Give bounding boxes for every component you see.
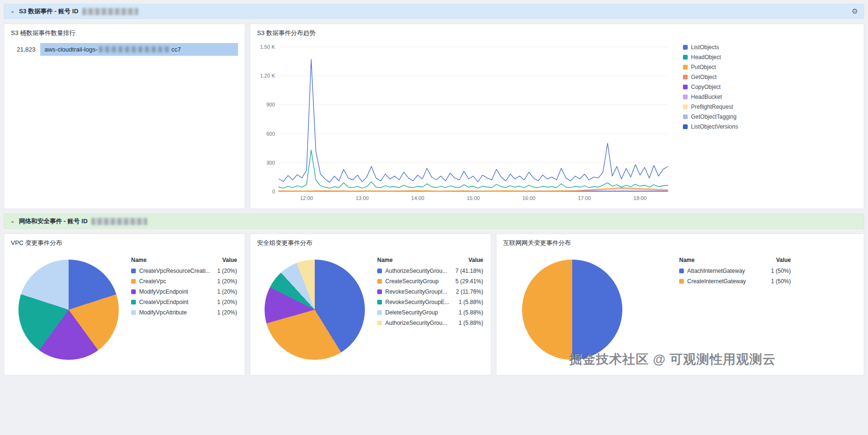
security-group-pie-legend: NameValueAuthorizeSecurityGrou...7 (41.1… xyxy=(377,254,483,330)
internet-gateway-pie-chart[interactable] xyxy=(522,260,622,360)
legend-row-DeleteSecurityGroup[interactable]: DeleteSecurityGroup1 (5.88%) xyxy=(377,309,483,316)
legend-item-CopyObject[interactable]: CopyObject xyxy=(683,84,738,90)
legend-item-PutObject[interactable]: PutObject xyxy=(683,64,738,70)
timeseries-legend: ListObjectsHeadObjectPutObjectGetObjectC… xyxy=(683,43,738,130)
legend-label: AttachInternetGateway xyxy=(687,268,745,274)
vpc-pie-chart[interactable] xyxy=(18,260,119,360)
svg-text:12:00: 12:00 xyxy=(300,195,313,201)
legend-label: CreateInternetGateway xyxy=(687,278,746,285)
legend-label: ListObjects xyxy=(691,44,719,51)
legend-header-cell: Value xyxy=(469,257,483,263)
collapse-chevron-icon[interactable]: ⌄ xyxy=(10,217,15,224)
legend-value: 1 (5.88%) xyxy=(459,309,483,316)
legend-label: GetObjectTagging xyxy=(691,113,736,120)
legend-value: 1 (20%) xyxy=(217,299,237,305)
legend-row-AuthorizeSecurityGrou...[interactable]: AuthorizeSecurityGrou...1 (5.88%) xyxy=(377,320,483,326)
legend-row-RevokeSecurityGroupE...[interactable]: RevokeSecurityGroupE...1 (5.88%) xyxy=(377,299,483,305)
collapse-chevron-icon[interactable]: ⌄ xyxy=(10,7,15,14)
row-network-security: VPC 变更事件分布 NameValueCreateVpcResourceCre… xyxy=(4,234,864,375)
internet-gateway-pie-legend: NameValueAttachInternetGateway1 (50%)Cre… xyxy=(679,254,791,288)
legend-row-CreateVpc[interactable]: CreateVpc1 (20%) xyxy=(131,278,237,285)
horizontal-bar[interactable]: aws-cloudtrail-logs- cc7 xyxy=(40,43,238,56)
legend-swatch xyxy=(683,45,688,50)
legend-label: CreateVpc xyxy=(139,278,166,285)
gear-icon[interactable]: ⚙ xyxy=(852,7,858,16)
legend-swatch xyxy=(131,300,136,304)
legend-row-CreateVpcResourceCreati...[interactable]: CreateVpcResourceCreati...1 (20%) xyxy=(131,268,237,274)
legend-label: PutObject xyxy=(691,64,716,70)
legend-row-AuthorizeSecurityGrou...[interactable]: AuthorizeSecurityGrou...7 (41.18%) xyxy=(377,268,483,274)
panel-title: 安全组变更事件分布 xyxy=(257,239,484,247)
legend-value: 1 (20%) xyxy=(217,288,237,295)
panel-s3-bucket-ranking: S3 桶数据事件数量排行 21,823 aws-cloudtrail-logs-… xyxy=(4,24,245,209)
legend-item-PreflightRequest[interactable]: PreflightRequest xyxy=(683,104,738,110)
legend-item-GetObjectTagging[interactable]: GetObjectTagging xyxy=(683,113,738,120)
bar-row: 21,823 aws-cloudtrail-logs- cc7 xyxy=(11,43,238,56)
legend-row-AttachInternetGateway[interactable]: AttachInternetGateway1 (50%) xyxy=(679,268,791,274)
trend-chart-area: 03006009001.20 K1.50 K12:0013:0014:0015:… xyxy=(257,43,857,204)
legend-row-ModifyVpcAttribute[interactable]: ModifyVpcAttribute1 (20%) xyxy=(131,309,237,316)
section-header-s3[interactable]: ⌄ S3 数据事件 - 账号 ID ⚙ xyxy=(4,4,864,19)
legend-item-ListObjects[interactable]: ListObjects xyxy=(683,44,738,51)
legend-swatch xyxy=(131,269,136,273)
timeseries-chart[interactable]: 03006009001.20 K1.50 K12:0013:0014:0015:… xyxy=(257,43,673,204)
legend-label: RevokeSecurityGroupE... xyxy=(385,299,449,305)
legend-swatch xyxy=(377,300,382,304)
legend-swatch xyxy=(377,310,382,315)
section-title-network-security: 网络和安全事件 - 账号 ID xyxy=(19,217,88,226)
svg-text:0: 0 xyxy=(272,189,275,194)
legend-label: DeleteSecurityGroup xyxy=(385,309,438,316)
legend-row-RevokeSecurityGroupI...[interactable]: RevokeSecurityGroupI...2 (11.76%) xyxy=(377,288,483,295)
legend-row-CreateSecurityGroup[interactable]: CreateSecurityGroup5 (29.41%) xyxy=(377,278,483,285)
bucket-name-redacted xyxy=(99,46,170,52)
legend-label: AuthorizeSecurityGrou... xyxy=(385,268,447,274)
legend-swatch xyxy=(377,289,382,294)
legend-header-cell: Name xyxy=(131,257,147,263)
panel-title: 互联网网关变更事件分布 xyxy=(503,239,857,247)
legend-label: CreateVpcResourceCreati... xyxy=(139,268,210,274)
panel-vpc-changes: VPC 变更事件分布 NameValueCreateVpcResourceCre… xyxy=(4,234,245,375)
legend-swatch xyxy=(683,75,688,79)
vpc-pie-legend: NameValueCreateVpcResourceCreati...1 (20… xyxy=(131,254,237,320)
bar-label-prefix: aws-cloudtrail-logs- xyxy=(44,46,97,53)
legend-swatch xyxy=(683,104,688,109)
legend-swatch xyxy=(683,65,688,70)
row-s3: S3 桶数据事件数量排行 21,823 aws-cloudtrail-logs-… xyxy=(4,24,864,209)
legend-row-CreateInternetGateway[interactable]: CreateInternetGateway1 (50%) xyxy=(679,278,791,285)
legend-header-cell: Value xyxy=(222,257,237,263)
legend-label: AuthorizeSecurityGrou... xyxy=(385,320,447,326)
svg-text:600: 600 xyxy=(266,131,275,137)
security-group-pie-chart[interactable] xyxy=(265,260,365,360)
legend-label: HeadObject xyxy=(691,54,721,61)
pie-chart-area: NameValueAuthorizeSecurityGrou...7 (41.1… xyxy=(257,253,484,360)
panel-title: S3 桶数据事件数量排行 xyxy=(11,29,238,37)
svg-text:14:00: 14:00 xyxy=(411,195,425,201)
legend-label: GetObject xyxy=(691,74,717,80)
legend-item-GetObject[interactable]: GetObject xyxy=(683,74,738,80)
panel-s3-trend: S3 数据事件分布趋势 03006009001.20 K1.50 K12:001… xyxy=(250,24,864,209)
section-header-network-security[interactable]: ⌄ 网络和安全事件 - 账号 ID xyxy=(4,214,864,229)
legend-item-ListObjectVersions[interactable]: ListObjectVersions xyxy=(683,123,738,130)
legend-swatch xyxy=(679,269,684,273)
legend-swatch xyxy=(683,95,688,99)
panel-title: S3 数据事件分布趋势 xyxy=(257,29,857,37)
dashboard: ⌄ S3 数据事件 - 账号 ID ⚙ S3 桶数据事件数量排行 21,823 … xyxy=(0,0,868,435)
legend-header-cell: Value xyxy=(776,257,791,263)
legend-header: NameValue xyxy=(131,257,237,263)
pie-chart-area: NameValueAttachInternetGateway1 (50%)Cre… xyxy=(503,253,857,360)
legend-label: CopyObject xyxy=(691,84,721,90)
svg-text:13:00: 13:00 xyxy=(355,195,369,201)
legend-value: 1 (5.88%) xyxy=(459,320,483,326)
legend-row-CreateVpcEndpoint[interactable]: CreateVpcEndpoint1 (20%) xyxy=(131,299,237,305)
legend-label: ListObjectVersions xyxy=(691,123,738,130)
legend-row-ModifyVpcEndpoint[interactable]: ModifyVpcEndpoint1 (20%) xyxy=(131,288,237,295)
legend-item-HeadObject[interactable]: HeadObject xyxy=(683,54,738,61)
legend-value: 1 (20%) xyxy=(217,309,237,316)
legend-item-HeadBucket[interactable]: HeadBucket xyxy=(683,94,738,100)
section-title-s3: S3 数据事件 - 账号 ID xyxy=(19,7,79,16)
legend-swatch xyxy=(377,321,382,325)
legend-value: 1 (20%) xyxy=(217,278,237,285)
svg-text:1.50 K: 1.50 K xyxy=(260,44,275,50)
legend-swatch xyxy=(131,289,136,294)
legend-header-cell: Name xyxy=(679,257,695,263)
